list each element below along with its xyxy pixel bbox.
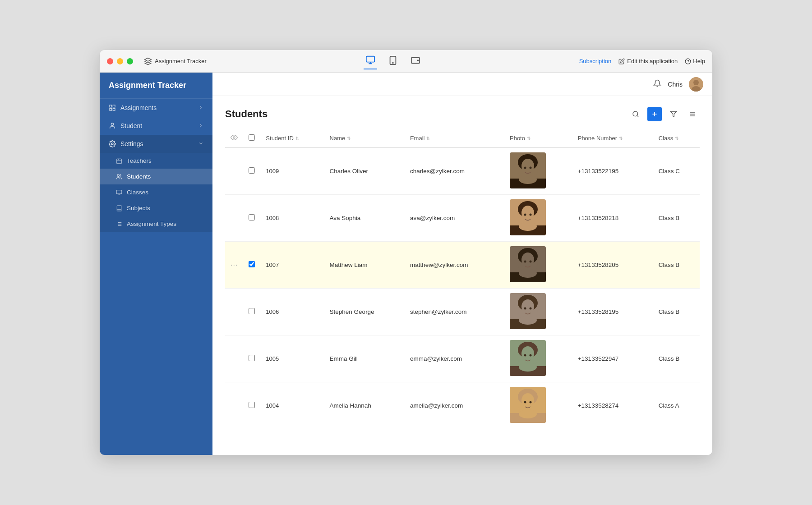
sidebar-header: Assignment Tracker: [100, 73, 212, 99]
row-name: Amelia Hannah: [324, 382, 405, 429]
tablet-portrait-icon: [388, 55, 398, 65]
assignment-types-icon: [116, 221, 122, 227]
svg-point-84: [524, 401, 526, 404]
grid-icon: [109, 104, 116, 111]
row-checkbox[interactable]: [249, 355, 255, 361]
row-email[interactable]: emma@zylker.com: [405, 335, 504, 382]
search-button[interactable]: [628, 107, 643, 121]
svg-point-51: [521, 206, 534, 220]
help-link[interactable]: Help: [685, 58, 705, 64]
titlebar-app-name: Assignment Tracker: [155, 58, 207, 64]
sidebar-item-teachers[interactable]: Teachers: [100, 153, 212, 169]
chevron-right-icon: [198, 105, 203, 110]
tablet-landscape-view-button[interactable]: [409, 54, 422, 69]
th-phone[interactable]: Phone Number ⇅: [572, 129, 653, 147]
th-name[interactable]: Name ⇅: [324, 129, 405, 147]
row-checkbox-cell: [243, 335, 260, 382]
table-header-row: Student ID ⇅ Name ⇅: [225, 129, 700, 147]
svg-point-61: [529, 261, 531, 263]
th-student-id[interactable]: Student ID ⇅: [260, 129, 324, 147]
row-class: Class B: [653, 335, 700, 382]
svg-point-76: [524, 354, 526, 357]
logo-icon: [144, 57, 152, 65]
row-email[interactable]: charles@zylker.com: [405, 147, 504, 195]
row-action-dots[interactable]: ···: [231, 261, 238, 269]
row-checkbox-cell: [243, 289, 260, 335]
row-eye-cell: ···: [225, 242, 243, 289]
svg-point-67: [521, 299, 534, 314]
svg-point-29: [693, 80, 699, 85]
filter-button[interactable]: [666, 107, 681, 121]
svg-point-71: [519, 316, 537, 325]
svg-rect-0: [366, 56, 374, 62]
row-class: Class A: [653, 382, 700, 429]
minimize-button[interactable]: [117, 58, 123, 64]
row-checkbox[interactable]: [249, 261, 255, 267]
sidebar-item-settings[interactable]: Settings: [100, 135, 212, 153]
sidebar-item-classes[interactable]: Classes: [100, 184, 212, 200]
settings-subitems: Teachers Students: [100, 153, 212, 232]
row-email[interactable]: ava@zylker.com: [405, 195, 504, 242]
subscription-link[interactable]: Subscription: [579, 58, 612, 64]
row-photo: [504, 242, 572, 289]
sidebar-item-students[interactable]: Students: [100, 169, 212, 184]
row-phone: +13133528274: [572, 382, 653, 429]
close-button[interactable]: [107, 58, 113, 64]
svg-point-18: [117, 174, 120, 176]
row-checkbox[interactable]: [249, 402, 255, 408]
sidebar-item-assignment-types[interactable]: Assignment Types: [100, 216, 212, 232]
desktop-view-button[interactable]: [364, 53, 377, 69]
table-row: 1006 Stephen George stephen@zylker.com +…: [225, 289, 700, 335]
select-all-checkbox[interactable]: [249, 134, 255, 141]
sidebar-item-subjects[interactable]: Subjects: [100, 200, 212, 216]
svg-rect-11: [110, 108, 112, 110]
avatar[interactable]: [689, 77, 703, 92]
row-phone: +13133522947: [572, 335, 653, 382]
svg-rect-9: [110, 105, 112, 107]
add-record-button[interactable]: [647, 107, 662, 121]
svg-point-59: [521, 252, 534, 267]
tablet-landscape-icon: [411, 55, 420, 65]
row-checkbox[interactable]: [249, 214, 255, 220]
eye-header-icon: [231, 134, 238, 141]
row-eye-cell: [225, 335, 243, 382]
row-phone: +13133528205: [572, 242, 653, 289]
edit-app-button[interactable]: Edit this application: [618, 58, 678, 64]
sidebar-item-assignments[interactable]: Assignments: [100, 99, 212, 117]
row-checkbox-cell: [243, 242, 260, 289]
row-student-id: 1009: [260, 147, 324, 195]
svg-point-6: [417, 60, 418, 61]
row-name: Emma Gill: [324, 335, 405, 382]
more-options-button[interactable]: [685, 107, 700, 121]
table-actions: [628, 107, 700, 121]
row-email[interactable]: amelia@zylker.com: [405, 382, 504, 429]
desktop-icon: [365, 55, 375, 65]
sidebar-item-student[interactable]: Student: [100, 117, 212, 135]
row-email[interactable]: stephen@zylker.com: [405, 289, 504, 335]
row-name: Ava Sophia: [324, 195, 405, 242]
svg-point-68: [524, 308, 526, 310]
notification-button[interactable]: [653, 79, 661, 89]
row-student-id: 1005: [260, 335, 324, 382]
svg-rect-19: [116, 190, 122, 193]
row-checkbox[interactable]: [249, 308, 255, 314]
svg-point-52: [524, 214, 526, 216]
row-checkbox-cell: [243, 147, 260, 195]
row-checkbox[interactable]: [249, 167, 255, 174]
row-email[interactable]: matthew@zylker.com: [405, 242, 504, 289]
svg-point-75: [521, 346, 534, 361]
table-row: 1009 Charles Oliver charles@zylker.com +…: [225, 147, 700, 195]
table-row: 1004 Amelia Hannah amelia@zylker.com +13…: [225, 382, 700, 429]
th-email[interactable]: Email ⇅: [405, 129, 504, 147]
svg-point-79: [519, 363, 537, 372]
row-name: Charles Oliver: [324, 147, 405, 195]
svg-point-13: [111, 123, 113, 125]
th-class[interactable]: Class ⇅: [653, 129, 700, 147]
th-photo[interactable]: Photo ⇅: [504, 129, 572, 147]
svg-point-55: [519, 222, 537, 231]
students-header: Students: [225, 107, 700, 121]
tablet-portrait-view-button[interactable]: [386, 54, 400, 69]
row-class: Class B: [653, 242, 700, 289]
row-photo: [504, 335, 572, 382]
maximize-button[interactable]: [127, 58, 133, 64]
